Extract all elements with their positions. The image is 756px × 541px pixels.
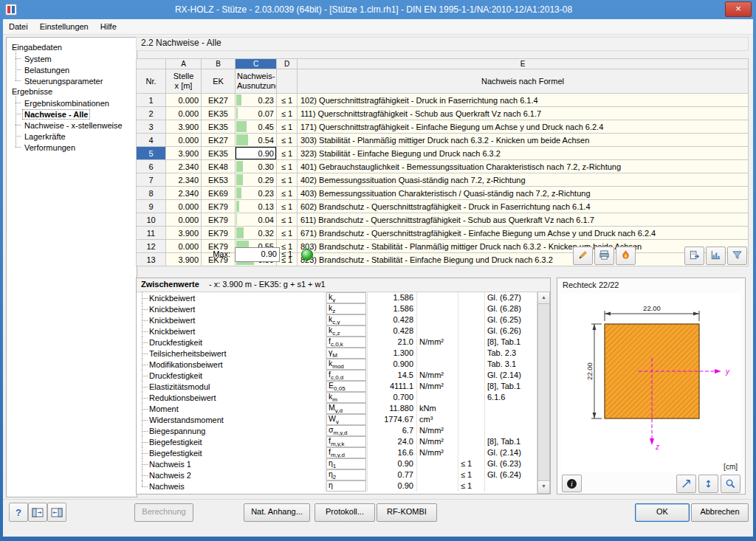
sidebar-item-steuerungsparameter[interactable]: Steuerungsparameter	[16, 75, 134, 86]
ek-cell[interactable]: EK69	[202, 187, 236, 200]
row-number-cell[interactable]: 3	[137, 120, 166, 134]
berechnung-button[interactable]: Berechnung	[134, 503, 193, 522]
menu-datei[interactable]: Datei	[3, 20, 34, 33]
formula-cell[interactable]: 303) Stabilität - Planmäßig mittiger Dru…	[298, 134, 749, 147]
formula-cell[interactable]: 401) Gebrauchstauglichkeit - Bemessungss…	[298, 160, 749, 173]
filter-results-button[interactable]	[727, 247, 747, 265]
fit-view-button[interactable]	[698, 475, 718, 493]
detail-row[interactable]: Modifikationsbeiwertkmod0.900Tab. 3.1	[137, 359, 537, 370]
close-button[interactable]: ×	[725, 1, 752, 17]
detail-row[interactable]: MomentMy,d11.880kNm	[137, 403, 537, 414]
ausnutzung-cell[interactable]: 0.23	[236, 94, 277, 107]
detail-row[interactable]: Knickbeiwertkc,z0.428Gl. (6.26)	[137, 325, 537, 337]
fire-protection-button[interactable]	[616, 247, 636, 265]
ausnutzung-cell[interactable]: 0.90	[236, 147, 277, 160]
detail-row[interactable]: Druckfestigkeitfc,0,k21.0N/mm²[8], Tab.1	[137, 337, 537, 348]
stelle-cell[interactable]: 2.340	[166, 187, 202, 200]
detail-row[interactable]: Biegefestigkeitfm,y,k24.0N/mm²[8], Tab.1	[137, 436, 537, 447]
criterion-cell[interactable]: ≤ 1	[277, 94, 298, 107]
ausnutzung-cell[interactable]: 0.07	[236, 107, 277, 120]
ek-cell[interactable]: EK35	[202, 120, 236, 134]
header-ausnutzung[interactable]: Nachweis- Ausnutzung	[236, 69, 277, 94]
nat-anhang-button[interactable]: Nat. Anhang...	[244, 503, 310, 522]
formula-cell[interactable]: 403) Bemessungssituation Charakteristisc…	[298, 187, 749, 200]
ek-cell[interactable]: EK79	[202, 200, 236, 213]
ek-cell[interactable]: EK79	[202, 227, 236, 240]
criterion-cell[interactable]: ≤ 1	[277, 173, 298, 187]
sidebar-item-verformungen[interactable]: Verformungen	[16, 142, 134, 153]
ok-button[interactable]: OK	[635, 503, 690, 522]
header-criterion[interactable]	[277, 69, 298, 94]
stelle-cell[interactable]: 0.000	[166, 213, 202, 227]
stelle-cell[interactable]: 0.000	[166, 94, 202, 107]
row-number-cell[interactable]: 5	[137, 147, 166, 160]
criterion-cell[interactable]: ≤ 1	[277, 200, 298, 213]
zoom-button[interactable]	[721, 475, 740, 493]
header-formel[interactable]: Nachweis nach Formel	[298, 69, 749, 94]
sidebar-item-belastungen[interactable]: Belastungen	[16, 64, 134, 75]
header-stelle[interactable]: Stelle x [m]	[166, 69, 202, 94]
stelle-cell[interactable]: 3.900	[166, 227, 202, 240]
ausnutzung-cell[interactable]: 0.04	[236, 213, 277, 227]
row-number-cell[interactable]: 1	[137, 94, 166, 107]
ausnutzung-cell[interactable]: 0.23	[236, 187, 277, 200]
sidebar-item-nachweise-alle[interactable]: Nachweise - Alle	[16, 108, 134, 120]
formula-cell[interactable]: 611) Brandschutz - Querschnittstragfähig…	[298, 213, 749, 227]
stelle-cell[interactable]: 3.900	[166, 147, 202, 160]
ausnutzung-cell[interactable]: 0.29	[236, 173, 277, 187]
sidebar-item-nachweise-x-stellenweise[interactable]: Nachweise - x-stellenweise	[16, 120, 134, 131]
detail-row[interactable]: TeilsicherheitsbeiwertγM1.300Tab. 2.3	[137, 348, 537, 359]
stelle-cell[interactable]: 2.340	[166, 160, 202, 173]
ek-cell[interactable]: EK35	[202, 147, 236, 160]
column-letter-e[interactable]: E	[298, 59, 749, 69]
ek-cell[interactable]: EK35	[202, 107, 236, 120]
corner-cell[interactable]	[137, 59, 166, 69]
ek-cell[interactable]: EK79	[202, 213, 236, 227]
criterion-cell[interactable]: ≤ 1	[277, 120, 298, 134]
row-number-cell[interactable]: 11	[137, 227, 166, 240]
row-number-cell[interactable]: 4	[137, 134, 166, 147]
row-number-cell[interactable]: 9	[137, 200, 166, 213]
detail-row[interactable]: Biegefestigkeitfm,y,d16.6N/mm²Gl. (2.14)	[137, 447, 537, 458]
row-number-cell[interactable]: 2	[137, 107, 166, 120]
toggle-navigator-button[interactable]	[28, 503, 47, 522]
stelle-cell[interactable]: 0.000	[166, 107, 202, 120]
detail-row[interactable]: ElastizitätsmodulE0,054111.1N/mm²[8], Ta…	[137, 381, 537, 392]
sidebar-group-eingabedaten[interactable]: Eingabedaten	[9, 42, 134, 53]
detail-row[interactable]: WiderstandsmomentWy1774.67cm³	[137, 414, 537, 425]
detail-row[interactable]: Druckfestigkeitfc,0,d14.5N/mm²Gl. (2.14)	[137, 370, 537, 381]
column-letter-a[interactable]: A	[166, 59, 202, 69]
detail-row[interactable]: Knickbeiwertkc,y0.428Gl. (6.25)	[137, 314, 537, 325]
edit-results-button[interactable]	[573, 247, 593, 265]
sidebar-item-system[interactable]: System	[16, 53, 134, 64]
formula-cell[interactable]: 671) Brandschutz - Querschnittstragfähig…	[298, 227, 749, 240]
menu-einstellungen[interactable]: Einstellungen	[34, 20, 94, 33]
detail-row[interactable]: Nachweis 1η10.90≤ 1Gl. (6.23)	[137, 458, 537, 469]
formula-cell[interactable]: 602) Brandschutz - Querschnittstragfähig…	[298, 200, 749, 213]
criterion-cell[interactable]: ≤ 1	[277, 213, 298, 227]
header-nr[interactable]: Nr.	[137, 69, 166, 94]
detail-row[interactable]: Reduktionsbeiwertkm0.7006.1.6	[137, 392, 537, 403]
ek-cell[interactable]: EK27	[202, 94, 236, 107]
print-results-button[interactable]	[594, 247, 614, 265]
ausnutzung-cell[interactable]: 0.45	[236, 120, 277, 134]
info-button[interactable]: i	[562, 475, 582, 492]
result-diagram-button[interactable]	[706, 247, 726, 265]
ek-cell[interactable]: EK27	[202, 134, 236, 147]
detail-row[interactable]: Knickbeiwertky1.586Gl. (6.27)	[137, 292, 537, 303]
formula-cell[interactable]: 111) Querschnittstragfähigkeit - Schub a…	[298, 107, 749, 120]
formula-cell[interactable]: 102) Querschnittstragfähigkeit - Druck i…	[298, 94, 749, 107]
toggle-panel-button[interactable]	[47, 503, 66, 522]
detail-row[interactable]: Knickbeiwertkz1.586Gl. (6.28)	[137, 303, 537, 314]
ek-cell[interactable]: EK53	[202, 173, 236, 187]
criterion-cell[interactable]: ≤ 1	[277, 147, 298, 160]
criterion-cell[interactable]: ≤ 1	[277, 227, 298, 240]
column-letter-c[interactable]: C	[236, 59, 277, 69]
stelle-cell[interactable]: 2.340	[166, 173, 202, 187]
titlebar[interactable]: RX-HOLZ - Stütze - 2.03.0039 (64bit) - […	[0, 0, 756, 19]
detail-row[interactable]: Nachweisη0.90≤ 1	[137, 480, 537, 492]
sidebar-group-ergebnisse[interactable]: Ergebnisse	[9, 86, 134, 97]
help-button[interactable]: ?	[9, 503, 28, 522]
row-number-cell[interactable]: 10	[137, 213, 166, 227]
rf-kombi-button[interactable]: RF-KOMBI	[377, 503, 437, 522]
